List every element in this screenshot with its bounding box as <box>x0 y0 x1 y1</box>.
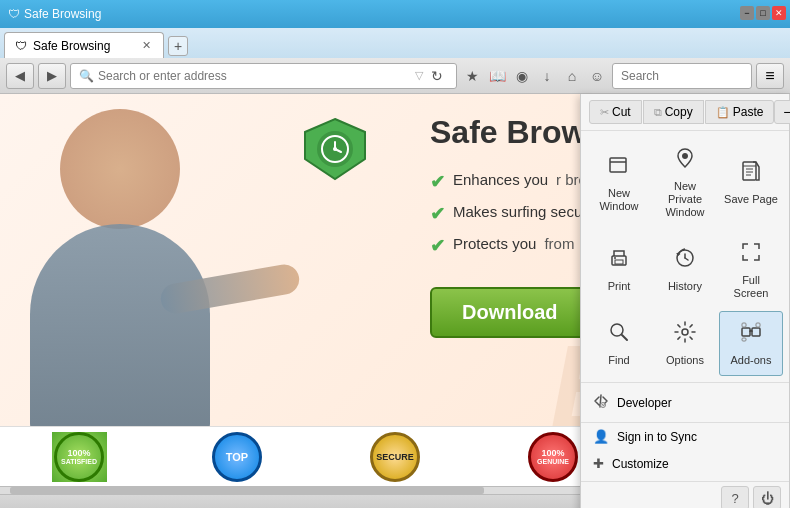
history-item[interactable]: History <box>653 231 717 309</box>
add-ons-icon <box>739 320 763 350</box>
reading-icon[interactable]: 📖 <box>486 65 508 87</box>
svg-point-5 <box>333 147 337 151</box>
save-page-icon <box>739 159 763 189</box>
new-private-window-label: New PrivateWindow <box>658 180 712 220</box>
download-button[interactable]: Download <box>430 287 590 338</box>
refresh-icon[interactable]: ↻ <box>426 65 448 87</box>
footer-buttons: ? ⏻ <box>721 486 781 508</box>
find-item[interactable]: Find <box>587 311 651 376</box>
tab-bar: 🛡 Safe Browsing ✕ + <box>0 28 790 58</box>
title-bar: 🛡 Safe Browsing − □ ✕ <box>0 0 790 28</box>
badge-1: 100%SATISFIED <box>52 432 107 482</box>
svg-rect-22 <box>742 328 750 336</box>
svg-point-19 <box>611 324 623 336</box>
customize-item[interactable]: ✚ Customize <box>581 450 789 477</box>
window-title: Safe Browsing <box>24 7 101 21</box>
toolbar-icons: ★ 📖 ◉ ↓ ⌂ ☺ <box>461 65 608 87</box>
shield-icon <box>300 114 370 188</box>
options-label: Options <box>666 354 704 367</box>
find-label: Find <box>608 354 629 367</box>
tab-close-button[interactable]: ✕ <box>140 39 153 52</box>
find-icon <box>607 320 631 350</box>
search-input[interactable] <box>612 63 752 89</box>
svg-point-21 <box>682 329 688 335</box>
minimize-button[interactable]: − <box>740 6 754 20</box>
full-screen-item[interactable]: Full Screen <box>719 231 783 309</box>
customize-icon: ✚ <box>593 456 604 471</box>
add-ons-item[interactable]: Add-ons <box>719 311 783 376</box>
developer-icon <box>593 393 609 412</box>
user-icon[interactable]: ☺ <box>586 65 608 87</box>
help-button[interactable]: ? <box>721 486 749 508</box>
home-icon[interactable]: ⌂ <box>561 65 583 87</box>
tab-label: Safe Browsing <box>33 39 110 53</box>
new-private-window-item[interactable]: New PrivateWindow <box>653 137 717 229</box>
menu-grid: New Window New PrivateWindow <box>581 131 789 382</box>
menu-sign-in-section: 👤 Sign in to Sync ✚ Customize <box>581 422 789 481</box>
sign-in-icon: 👤 <box>593 429 609 444</box>
address-input[interactable] <box>98 69 415 83</box>
svg-rect-6 <box>610 158 626 172</box>
menu-header: ✂ Cut ⧉ Copy 📋 Paste − 100% + <box>581 94 789 131</box>
print-item[interactable]: Print <box>587 231 651 309</box>
title-bar-left: 🛡 Safe Browsing <box>8 7 101 21</box>
feature-text-2: Makes surfing secure <box>453 203 596 220</box>
print-label: Print <box>608 280 631 293</box>
full-screen-icon <box>739 240 763 270</box>
history-icon <box>673 246 697 276</box>
pocket-icon[interactable]: ◉ <box>511 65 533 87</box>
save-page-item[interactable]: Save Page <box>719 137 783 229</box>
download-icon[interactable]: ↓ <box>536 65 558 87</box>
firefox-menu: ✂ Cut ⧉ Copy 📋 Paste − 100% + <box>580 94 790 508</box>
svg-line-18 <box>685 258 688 260</box>
new-window-label: New Window <box>592 187 646 213</box>
check-icon-2: ✔ <box>430 203 445 225</box>
tab-safe-browsing[interactable]: 🛡 Safe Browsing ✕ <box>4 32 164 58</box>
zoom-group: − 100% + <box>774 100 790 124</box>
new-tab-button[interactable]: + <box>168 36 188 56</box>
options-icon <box>673 320 697 350</box>
zoom-out-button[interactable]: − <box>774 100 790 124</box>
new-window-icon <box>607 153 631 183</box>
check-icon-3: ✔ <box>430 235 445 257</box>
new-private-window-icon <box>673 146 697 176</box>
sign-in-item[interactable]: 👤 Sign in to Sync <box>581 423 789 450</box>
svg-rect-14 <box>615 260 623 264</box>
feature-text-1: Enhances you <box>453 171 548 188</box>
cut-button[interactable]: ✂ Cut <box>589 100 642 124</box>
address-bar[interactable]: 🔍 ▽ ↻ <box>70 63 457 89</box>
svg-rect-23 <box>752 328 760 336</box>
sign-in-label: Sign in to Sync <box>617 430 697 444</box>
options-item[interactable]: Options <box>653 311 717 376</box>
window-controls: − □ ✕ <box>740 6 786 20</box>
svg-rect-8 <box>743 162 756 180</box>
feature-text-3: Protects you <box>453 235 536 252</box>
forward-button[interactable]: ▶ <box>38 63 66 89</box>
svg-line-20 <box>622 335 627 340</box>
back-button[interactable]: ◀ <box>6 63 34 89</box>
content-area: B17 Safe Browsing <box>0 94 790 486</box>
copy-button[interactable]: ⧉ Copy <box>643 100 704 124</box>
history-label: History <box>668 280 702 293</box>
developer-item[interactable]: Developer <box>581 387 789 418</box>
svg-rect-25 <box>742 338 746 341</box>
save-page-label: Save Page <box>724 193 778 206</box>
check-icon-1: ✔ <box>430 171 445 193</box>
edit-group: ✂ Cut ⧉ Copy 📋 Paste <box>589 100 774 124</box>
add-ons-label: Add-ons <box>731 354 772 367</box>
badge-4: 100%GENUINE <box>526 432 581 482</box>
menu-button[interactable]: ≡ <box>756 63 784 89</box>
close-button[interactable]: ✕ <box>772 6 786 20</box>
paste-button[interactable]: 📋 Paste <box>705 100 775 124</box>
customize-label: Customize <box>612 457 669 471</box>
new-window-item[interactable]: New Window <box>587 137 651 229</box>
menu-footer: ? ⏻ <box>581 481 789 508</box>
power-button[interactable]: ⏻ <box>753 486 781 508</box>
bookmark-icon[interactable]: ★ <box>461 65 483 87</box>
tab-icon: 🛡 <box>15 39 27 53</box>
scrollbar-thumb[interactable] <box>10 487 484 494</box>
badge-2: TOP <box>210 432 265 482</box>
maximize-button[interactable]: □ <box>756 6 770 20</box>
svg-point-15 <box>614 257 616 259</box>
badge-3: SECURE <box>368 432 423 482</box>
